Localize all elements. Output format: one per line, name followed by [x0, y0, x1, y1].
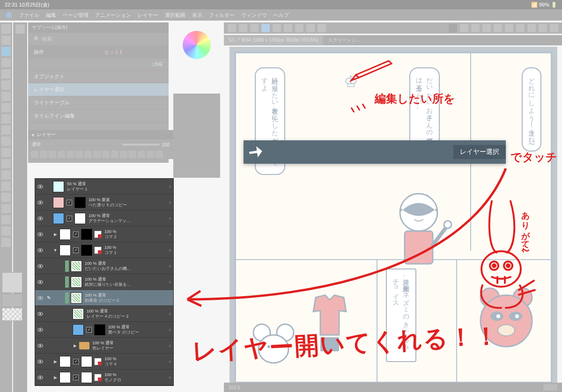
layer-clip-icon[interactable] — [40, 151, 47, 158]
operation-tool-icon[interactable] — [1, 47, 11, 56]
subtool-tab-operation[interactable]: 操作 — [28, 46, 98, 58]
text-tool-icon[interactable] — [1, 226, 11, 236]
grip-icon[interactable]: ≡ — [167, 248, 173, 253]
grip-icon[interactable]: ≡ — [167, 232, 173, 237]
visibility-eye-icon[interactable] — [37, 312, 43, 316]
clip-checkbox[interactable]: ✓ — [73, 359, 79, 364]
cut-icon[interactable] — [295, 24, 303, 32]
clip-checkbox[interactable]: ✓ — [73, 375, 79, 380]
layer-row[interactable]: ✓ 100 % 通常黒ベタ のコピー ≡ — [35, 322, 173, 338]
expand-arrow-icon[interactable]: ▶ — [52, 359, 59, 364]
menu-filter[interactable]: フィルター — [209, 12, 235, 19]
expand-arrow-icon[interactable]: ▶ — [52, 375, 59, 380]
prop-row[interactable] — [173, 94, 220, 105]
subtool-search[interactable]: 🔍 検索 — [28, 33, 169, 46]
layer-lock-icon[interactable] — [31, 151, 38, 158]
action-icon[interactable] — [482, 24, 491, 32]
layer-transfer-icon[interactable] — [111, 151, 118, 158]
opacity-slider[interactable] — [122, 144, 160, 145]
grip-icon[interactable]: ≡ — [167, 200, 173, 205]
toolbar-icon-a[interactable] — [516, 24, 525, 32]
redo-icon[interactable] — [284, 24, 292, 32]
grip-icon[interactable]: ≡ — [167, 184, 173, 189]
zoom-fit-icon[interactable] — [471, 24, 480, 32]
layer-folder-row[interactable]: ▶ ✓ 100 %コマ 2 ≡ — [35, 226, 173, 242]
window-icon[interactable] — [460, 24, 468, 32]
eyedropper-tool-icon[interactable] — [1, 92, 11, 101]
grip-icon[interactable]: ≡ — [167, 359, 173, 364]
prop-row[interactable] — [173, 138, 220, 150]
layer-move-tool-icon[interactable] — [1, 58, 11, 67]
prop-row[interactable] — [173, 105, 220, 116]
balloon-tool-icon[interactable] — [1, 238, 11, 247]
new-icon[interactable] — [228, 24, 236, 32]
menu-animation[interactable]: アニメーション — [95, 12, 131, 19]
swatch-transparent[interactable] — [2, 308, 22, 321]
grip-icon[interactable]: ≡ — [167, 343, 173, 348]
undo-icon[interactable] — [273, 24, 281, 32]
layer-folder-row[interactable]: ▶ ✓ 100 %コマ 4 ≡ — [35, 354, 173, 370]
swatch-black[interactable] — [2, 294, 22, 307]
toolbar-icon-c[interactable] — [539, 24, 547, 32]
layer-etc-icon[interactable] — [138, 151, 145, 158]
layer-row[interactable]: ✓ 100 % 通常グラデーションマッ… ≡ — [35, 211, 173, 226]
layer-delete-icon[interactable] — [129, 151, 136, 158]
layer-color-icon[interactable] — [84, 151, 92, 158]
wand-tool-icon[interactable] — [1, 80, 11, 90]
layer-etc2-icon[interactable] — [147, 151, 154, 158]
ruler-icon[interactable] — [505, 24, 513, 32]
layer-row[interactable]: 100 % 通常絶対に撮りたい衣装を… ≡ — [35, 274, 173, 290]
save-icon[interactable] — [250, 24, 259, 32]
visibility-eye-icon[interactable] — [37, 185, 43, 189]
layer-folder-row[interactable]: ▶ 100 % 通常色レイヤー ≡ — [35, 338, 173, 354]
pen-tool-icon[interactable] — [1, 103, 11, 112]
prop-row[interactable] — [173, 127, 220, 138]
clip-checkbox[interactable]: ✓ — [67, 200, 72, 205]
subtool-tab-set1[interactable]: セット1 — [98, 46, 169, 58]
grip-icon[interactable]: ≡ — [167, 264, 173, 269]
layer-row[interactable]: ✓ 100 % 乗算べた塗り 5 のコピー ≡ — [35, 195, 173, 211]
brush-tool-icon[interactable] — [1, 125, 11, 135]
layer-row-selected[interactable]: ✎ 100 % 通常効果音 のコピー 2 ≡ — [35, 290, 173, 306]
toolbar-icon-d[interactable] — [550, 24, 558, 32]
prop-row[interactable] — [173, 116, 220, 127]
menu-layer[interactable]: レイヤー — [138, 12, 158, 19]
visibility-eye-icon[interactable] — [37, 360, 43, 363]
color-wheel-icon[interactable] — [183, 31, 211, 59]
visibility-eye-icon[interactable] — [37, 328, 43, 332]
menu-file[interactable]: ファイル — [19, 12, 39, 19]
doc-tab-inactive[interactable]: スクリーンシ… — [323, 36, 365, 45]
subtool-timeline[interactable]: タイムライン編集 — [28, 109, 169, 123]
expand-arrow-icon[interactable]: ▶ — [52, 232, 59, 237]
app-icon[interactable]: 🌀 — [6, 12, 12, 18]
figure-tool-icon[interactable] — [1, 204, 11, 213]
grip-icon[interactable]: ≡ — [167, 216, 173, 221]
grid-icon[interactable] — [494, 24, 502, 32]
visibility-eye-icon[interactable] — [37, 248, 43, 252]
subtool-object[interactable]: オブジェクト — [28, 70, 169, 83]
visibility-eye-icon[interactable] — [37, 217, 43, 220]
blend-tool-icon[interactable] — [1, 170, 11, 180]
fill-tool-icon[interactable] — [1, 181, 11, 191]
clip-checkbox[interactable]: ✓ — [67, 216, 72, 221]
sec-tool-icon[interactable] — [15, 24, 25, 34]
fg-bg-swatch[interactable] — [2, 272, 22, 293]
visibility-eye-icon[interactable] — [37, 280, 43, 284]
chevron-down-icon[interactable]: ▾ — [32, 132, 34, 138]
copy-icon[interactable] — [306, 24, 315, 32]
layer-folder-row[interactable]: ▶ ✓ 100 %モノクロ ≡ — [35, 370, 173, 385]
layer-folder-row[interactable]: ▼ ✓ 100 %コマ 1 ≡ — [35, 242, 173, 258]
clip-checkbox[interactable]: ✓ — [73, 232, 79, 237]
cloud-icon[interactable] — [261, 24, 270, 32]
layer-etc3-icon[interactable] — [155, 151, 163, 158]
subtool-light-table[interactable]: ライトテーブル — [28, 96, 169, 109]
grip-icon[interactable]: ≡ — [167, 280, 173, 284]
layer-draft-icon[interactable] — [58, 151, 65, 158]
visibility-eye-icon[interactable] — [37, 344, 43, 348]
doc-tab-active[interactable]: 52～* 9/34 (1080 x 1350px 350dpi 103.5%) — [224, 36, 323, 45]
visibility-eye-icon[interactable] — [37, 264, 43, 268]
menu-edit[interactable]: 編集 — [46, 12, 56, 19]
menu-help[interactable]: ヘルプ — [274, 12, 289, 19]
grip-icon[interactable]: ≡ — [167, 312, 173, 316]
toolbar-icon-b[interactable] — [527, 24, 536, 32]
